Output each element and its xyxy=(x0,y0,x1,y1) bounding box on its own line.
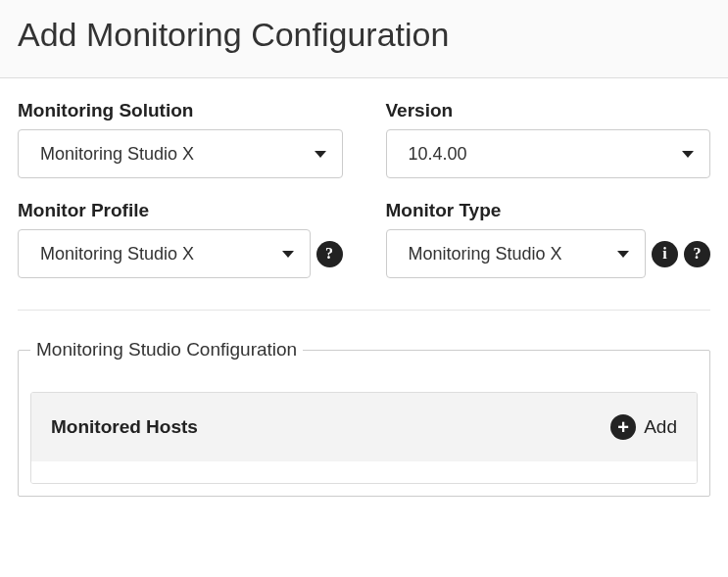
config-fieldset: Monitoring Studio Configuration Monitore… xyxy=(18,350,710,497)
info-icon[interactable]: i xyxy=(652,241,678,267)
config-legend: Monitoring Studio Configuration xyxy=(30,339,303,361)
monitored-hosts-body xyxy=(31,461,697,483)
chevron-down-icon xyxy=(682,151,694,158)
select-monitor-profile[interactable]: Monitoring Studio X xyxy=(18,229,311,278)
page-title: Add Monitoring Configuration xyxy=(18,16,710,54)
label-monitor-profile: Monitor Profile xyxy=(18,200,343,221)
select-version[interactable]: 10.4.00 xyxy=(386,129,711,178)
chevron-down-icon xyxy=(315,151,326,158)
monitored-hosts-title: Monitored Hosts xyxy=(51,416,198,438)
chevron-down-icon xyxy=(282,251,294,258)
field-monitoring-solution: Monitoring Solution Monitoring Studio X xyxy=(18,100,343,178)
label-version: Version xyxy=(386,100,711,121)
divider xyxy=(18,310,710,311)
add-host-label: Add xyxy=(644,416,677,438)
add-host-button[interactable]: + Add xyxy=(610,414,677,440)
label-monitoring-solution: Monitoring Solution xyxy=(18,100,343,121)
field-monitor-profile: Monitor Profile Monitoring Studio X ? xyxy=(18,200,343,278)
plus-icon: + xyxy=(610,414,636,440)
select-monitoring-solution[interactable]: Monitoring Studio X xyxy=(18,129,343,178)
field-version: Version 10.4.00 xyxy=(386,100,711,178)
select-monitoring-solution-value: Monitoring Studio X xyxy=(40,144,194,165)
help-icon[interactable]: ? xyxy=(316,241,343,267)
select-version-value: 10.4.00 xyxy=(409,144,467,165)
help-icon[interactable]: ? xyxy=(684,241,710,267)
monitored-hosts-panel: Monitored Hosts + Add xyxy=(30,392,698,484)
select-monitor-type[interactable]: Monitoring Studio X xyxy=(386,229,647,278)
chevron-down-icon xyxy=(617,251,629,258)
monitored-hosts-header: Monitored Hosts + Add xyxy=(31,393,697,461)
label-monitor-type: Monitor Type xyxy=(386,200,711,221)
select-monitor-profile-value: Monitoring Studio X xyxy=(40,244,194,264)
select-monitor-type-value: Monitoring Studio X xyxy=(409,244,562,264)
field-monitor-type: Monitor Type Monitoring Studio X i ? xyxy=(386,200,711,278)
